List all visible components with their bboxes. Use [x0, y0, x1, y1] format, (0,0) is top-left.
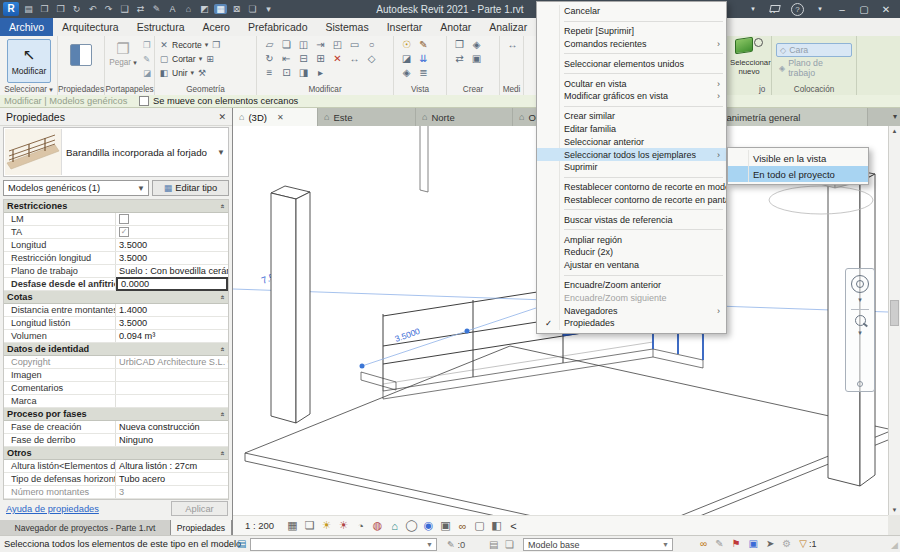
property-value[interactable]: 1.4000: [116, 304, 228, 316]
modify-tool-icon[interactable]: ◇: [363, 53, 380, 67]
property-value[interactable]: [116, 382, 228, 394]
modify-tool-icon[interactable]: ○: [363, 39, 380, 53]
view-tool-icon[interactable]: ☉: [398, 39, 415, 53]
geometry-row-unir[interactable]: ◧Unir▾⚒: [155, 66, 256, 80]
properties-help-link[interactable]: Ayuda de propiedades: [6, 504, 99, 514]
cara-button[interactable]: ◇ Cara: [776, 43, 852, 57]
modify-tool-icon[interactable]: ▱: [261, 39, 278, 53]
editing-requests-icon[interactable]: ✎: [715, 538, 723, 549]
tab-properties[interactable]: Propiedades: [171, 520, 232, 535]
create-tool-icon[interactable]: ❐: [451, 39, 468, 53]
modify-tool-icon[interactable]: ↔: [346, 53, 363, 67]
apply-button[interactable]: Aplicar: [171, 501, 228, 516]
undo-icon[interactable]: ↶: [86, 4, 99, 14]
view-tab--3d-[interactable]: ⌂(3D)✕: [233, 108, 318, 126]
detail-level-icon[interactable]: ▦: [284, 519, 301, 532]
temporary-properties-icon[interactable]: ∞: [454, 520, 471, 532]
ribbon-tab-analizar[interactable]: Analizar: [480, 18, 536, 36]
editable-only-control[interactable]: ✎ :0: [447, 539, 465, 550]
checkbox-icon[interactable]: ✓: [119, 227, 129, 237]
measure-icon[interactable]: ⇄: [134, 4, 147, 14]
grip-dot[interactable]: [465, 329, 470, 334]
zoom-icon[interactable]: [855, 315, 866, 326]
worksets-combo[interactable]: ▼: [250, 538, 437, 551]
chevron-down-icon[interactable]: ▾: [858, 329, 862, 337]
geometry-row-cortar[interactable]: ▢Cortar▾⊞: [155, 52, 256, 66]
tab-project-browser[interactable]: Navegador de proyectos - Parte 1.rvt: [0, 520, 171, 535]
menu-item-reducir-2x-[interactable]: Reducir (2x): [537, 246, 726, 259]
menu-item-restablecer-contorno-de-recorte-en-pantalla[interactable]: Restablecer contorno de recorte en panta…: [537, 194, 726, 207]
close-icon[interactable]: ✕: [277, 113, 284, 122]
tool-icon[interactable]: ❐: [211, 40, 221, 50]
property-value[interactable]: UrbiCAD Architecture S.L. ©: [116, 356, 228, 368]
create-tool-icon[interactable]: ◈: [468, 39, 485, 53]
property-value[interactable]: 3.5000: [116, 317, 228, 329]
modify-button[interactable]: ↖ Modificar: [7, 39, 51, 83]
app-logo[interactable]: R: [3, 2, 19, 16]
modify-tool-icon[interactable]: ⇤: [278, 53, 295, 67]
resize-grip-icon[interactable]: ◢: [891, 540, 898, 550]
tab-list-icon[interactable]: ▾: [893, 112, 897, 121]
shadows-icon[interactable]: ☀: [335, 519, 352, 532]
print-icon[interactable]: ❑: [118, 4, 131, 14]
modify-tool-icon[interactable]: ⇥: [312, 39, 329, 53]
design-options-icon[interactable]: ❏: [505, 539, 514, 550]
clipboard-tool-icon[interactable]: ❐: [143, 40, 151, 50]
redo-icon[interactable]: ↷: [102, 4, 115, 14]
submenu-item-en-todo-el-proyecto[interactable]: En todo el proyecto: [728, 166, 868, 182]
modify-tool-icon[interactable]: ▸: [312, 67, 329, 81]
menu-item-crear-similar[interactable]: Crear similar: [537, 110, 726, 123]
navbar-options-icon[interactable]: [857, 381, 863, 387]
plano-de-trabajo-button[interactable]: ◈ Plano de trabajo: [776, 61, 852, 75]
ribbon-tab-sistemas[interactable]: Sistemas: [316, 18, 377, 36]
property-value[interactable]: 3.5000: [116, 239, 228, 251]
maximize-button[interactable]: ▢: [858, 4, 870, 15]
save-icon[interactable]: ❒: [54, 4, 67, 14]
customize-qat-icon[interactable]: ▾: [262, 4, 275, 14]
property-section-header[interactable]: Otros«: [4, 447, 228, 460]
property-value[interactable]: Altura listón : 27cm: [116, 460, 228, 472]
view-tool-icon[interactable]: ◪: [398, 53, 415, 67]
modify-tool-icon[interactable]: ⊡: [278, 67, 295, 81]
menu-item-editar-familia[interactable]: Editar familia: [537, 123, 726, 136]
menu-item-encuadre-zoom-siguiente[interactable]: Encuadre/Zoom siguiente: [537, 291, 726, 304]
property-value[interactable]: [116, 213, 228, 225]
close-button[interactable]: ✕: [880, 4, 892, 15]
menu-item-modificar-gráficos-en-vista[interactable]: Modificar gráficos en vista›: [537, 90, 726, 103]
thin-lines-icon[interactable]: ▦: [214, 4, 227, 14]
select-new-host-button[interactable]: Seleccionar nuevo: [730, 38, 768, 76]
property-section-header[interactable]: Cotas«: [4, 291, 228, 304]
keep-pinned-icon[interactable]: ⚑: [732, 538, 741, 549]
close-hidden-windows-icon[interactable]: ⊠: [230, 4, 243, 14]
create-tool-icon[interactable]: ⇄: [451, 53, 468, 67]
tool-icon[interactable]: ⚒: [197, 68, 207, 78]
checkbox-icon[interactable]: [119, 214, 129, 224]
view-tool-icon[interactable]: ✎: [415, 39, 432, 53]
edit-type-button[interactable]: ▦ Editar tipo: [152, 180, 229, 196]
chevron-down-icon[interactable]: ▾: [814, 5, 826, 13]
show-crop-icon[interactable]: ◍: [369, 519, 386, 532]
property-section-header[interactable]: Proceso por fases«: [4, 408, 228, 421]
modify-tool-icon[interactable]: ⊟: [295, 53, 312, 67]
tool-icon[interactable]: ⊞: [205, 54, 215, 64]
property-value[interactable]: [116, 369, 228, 381]
menu-item-restablecer-contorno-de-recorte-en-modelo[interactable]: Restablecer contorno de recorte en model…: [537, 181, 726, 194]
menu-item-seleccionar-anterior[interactable]: Seleccionar anterior: [537, 135, 726, 148]
clipboard-tool-icon[interactable]: ◪: [143, 68, 151, 78]
analytical-model-icon[interactable]: ▢: [471, 519, 488, 532]
vertical-scrollbar[interactable]: ▲ ▼: [888, 126, 900, 515]
property-value[interactable]: [116, 395, 228, 407]
menu-item-encuadre-zoom-anterior[interactable]: Encuadre/Zoom anterior: [537, 279, 726, 292]
geometry-row-recorte[interactable]: ✕Recorte▾❐: [155, 38, 256, 52]
scale-control[interactable]: 1 : 200: [233, 520, 284, 531]
menu-item-seleccionar-elementos-unidos[interactable]: Seleccionar elementos unidos: [537, 57, 726, 70]
clipboard-tool-icon[interactable]: ✎: [143, 54, 151, 64]
scroll-down-icon[interactable]: ▼: [889, 507, 900, 513]
chevron-down-icon[interactable]: ▾: [858, 296, 862, 304]
property-value[interactable]: Ninguno: [116, 434, 228, 446]
sun-path-icon[interactable]: ☀: [318, 519, 335, 532]
ribbon-tab-arquitectura[interactable]: Arquitectura: [53, 18, 128, 36]
modify-tool-icon[interactable]: ↻: [261, 53, 278, 67]
chevron-down-icon[interactable]: ▼: [217, 148, 225, 157]
locked-3d-icon[interactable]: ⌂: [386, 520, 403, 532]
